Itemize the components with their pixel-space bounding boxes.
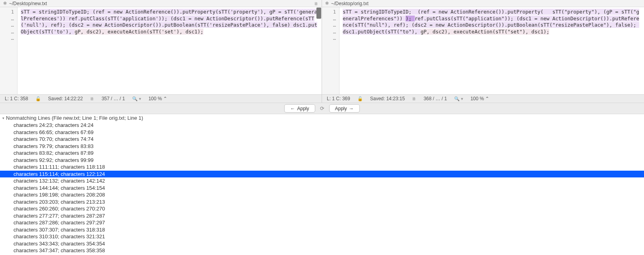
status-right: L: 1 C: 369 🔓 Saved: 14:23:15 🗎 368 / … … [322, 94, 644, 103]
apply-right-label: Apply [335, 106, 347, 111]
app-root: ✻ ~/Desktop/new.txt 🗎 1………… sTT = string… [0, 0, 644, 255]
pages-left: 357 / … / 1 [101, 96, 125, 101]
result-item[interactable]: characters 92:92; characters 99:99 [0, 157, 644, 164]
cursor-pos-left: L: 1 C: 358 [5, 96, 28, 101]
result-item[interactable]: characters 111:111; characters 118:118 [0, 164, 644, 171]
search-icon[interactable]: 🔍 ▾ [454, 96, 463, 101]
document-icon[interactable]: 🗎 [314, 1, 318, 6]
page-icon: 🗎 [90, 96, 94, 101]
pages-right: 368 / … / 1 [423, 96, 447, 101]
arrow-right-icon: → [349, 106, 354, 111]
apply-right-button[interactable]: Apply → [329, 104, 360, 113]
pane-left-titlebar: ✻ ~/Desktop/new.txt 🗎 [0, 0, 322, 7]
pane-left-title: ~/Desktop/new.txt [9, 1, 47, 6]
saved-right: Saved: 14:23:15 [370, 96, 405, 101]
results-panel: ▾ Nonmatching Lines (File new.txt; Line … [0, 114, 644, 255]
page-icon: 🗎 [412, 96, 416, 101]
result-item[interactable]: characters 310:310; characters 321:321 [0, 233, 644, 240]
editor-right[interactable]: 1………… sTT = stringIDToTypeID; (ref = new… [322, 7, 644, 94]
result-item[interactable]: characters 144:144; characters 154:154 [0, 185, 644, 192]
result-item[interactable]: characters 260:260; characters 270:270 [0, 205, 644, 212]
result-item[interactable]: characters 115:114; characters 122:124 [0, 171, 644, 178]
result-item[interactable]: characters 307:307; characters 318:318 [0, 226, 644, 234]
diff-panes: ✻ ~/Desktop/new.txt 🗎 1………… sTT = string… [0, 0, 644, 103]
results-list: characters 24:23; characters 24:24charac… [0, 122, 644, 254]
pane-left: ✻ ~/Desktop/new.txt 🗎 1………… sTT = string… [0, 0, 322, 103]
pane-right-title: ~/Desktop/orig.txt [331, 1, 369, 6]
gear-icon[interactable]: ✻ [3, 1, 7, 6]
gutter-left: 1………… [0, 7, 18, 94]
scroll-thumb[interactable] [316, 8, 321, 19]
arrow-left-icon: ← [290, 106, 295, 111]
disclosure-triangle-icon[interactable]: ▾ [2, 116, 4, 120]
cursor-pos-right: L: 1 C: 369 [327, 96, 350, 101]
result-item[interactable]: characters 343:343; characters 354:354 [0, 240, 644, 247]
result-item[interactable]: characters 70:70; characters 74:74 [0, 136, 644, 143]
result-item[interactable]: characters 132:132; characters 142:142 [0, 177, 644, 185]
pane-right-titlebar: ✻ ~/Desktop/orig.txt [322, 0, 644, 7]
zoom-left[interactable]: 100 % ⌃ [148, 96, 167, 101]
code-right[interactable]: sTT = stringIDToTypeID; (ref = new Actio… [340, 7, 644, 94]
diff-toolbar: ← Apply ⟳ Apply → [0, 103, 644, 114]
results-header-row[interactable]: ▾ Nonmatching Lines (File new.txt; Line … [0, 114, 644, 122]
scrollbar-left[interactable] [316, 7, 322, 94]
apply-left-button[interactable]: ← Apply [284, 104, 315, 113]
result-item[interactable]: characters 66:65; characters 67:69 [0, 129, 644, 136]
code-left[interactable]: sTT = stringIDToTypeID; (ref = new Actio… [18, 7, 322, 94]
gutter-right: 1………… [322, 7, 340, 94]
result-item[interactable]: characters 83:82; characters 87:89 [0, 150, 644, 157]
zoom-right[interactable]: 100 % ⌃ [470, 96, 489, 101]
gear-icon[interactable]: ✻ [325, 1, 329, 6]
refresh-icon[interactable]: ⟳ [320, 105, 324, 111]
result-item[interactable]: characters 347:347; characters 358:358 [0, 247, 644, 254]
apply-left-label: Apply [297, 106, 309, 111]
result-item[interactable]: characters 79:79; characters 83:83 [0, 143, 644, 150]
result-item[interactable]: characters 24:23; characters 24:24 [0, 122, 644, 129]
lock-icon: 🔓 [35, 96, 41, 101]
search-icon[interactable]: 🔍 ▾ [132, 96, 141, 101]
pane-right: ✻ ~/Desktop/orig.txt 1………… sTT = stringI… [322, 0, 644, 103]
status-left: L: 1 C: 358 🔓 Saved: 14:22:22 🗎 357 / … … [0, 94, 322, 103]
lock-icon: 🔓 [357, 96, 363, 101]
results-header: Nonmatching Lines (File new.txt; Line 1;… [6, 115, 143, 121]
result-item[interactable]: characters 198:198; characters 208:208 [0, 191, 644, 199]
result-item[interactable]: characters 277:277; characters 287:287 [0, 212, 644, 220]
saved-left: Saved: 14:22:22 [48, 96, 83, 101]
result-item[interactable]: characters 203:203; characters 213:213 [0, 199, 644, 206]
result-item[interactable]: characters 287:286; characters 297:297 [0, 219, 644, 226]
editor-left[interactable]: 1………… sTT = stringIDToTypeID; (ref = new… [0, 7, 322, 94]
